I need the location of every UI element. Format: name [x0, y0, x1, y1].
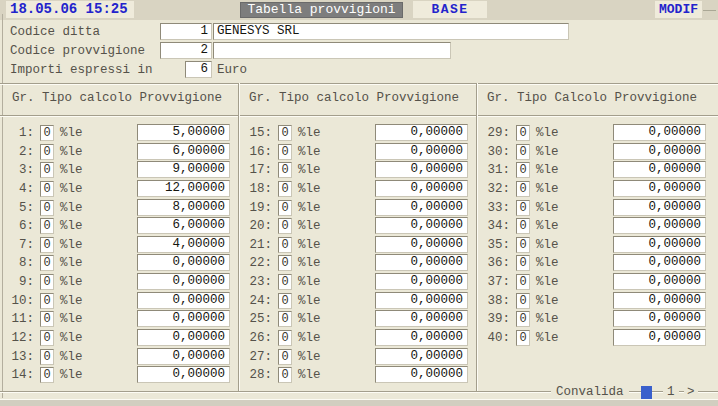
row-number-label: 14: [3, 367, 34, 383]
provvigione-value-input[interactable]: 8,00000 [137, 199, 230, 216]
tipo-calcolo-input[interactable]: 0 [516, 200, 530, 216]
provvigione-value-input[interactable]: 0,00000 [137, 329, 230, 346]
tipo-calcolo-input[interactable]: 0 [278, 200, 292, 216]
mode-modif-button[interactable]: MODIF [655, 1, 702, 18]
tipo-calcolo-input[interactable]: 0 [516, 218, 530, 234]
tipo-calcolo-input[interactable]: 0 [516, 162, 530, 178]
tipo-calcolo-input[interactable]: 0 [516, 311, 530, 327]
tipo-calcolo-input[interactable]: 0 [516, 274, 530, 290]
provvigione-value-input[interactable]: 0,00000 [613, 161, 706, 178]
tipo-calcolo-input[interactable]: 0 [516, 255, 530, 271]
provvigione-value-input[interactable]: 0,00000 [613, 143, 706, 160]
tipo-calcolo-input[interactable]: 0 [278, 274, 292, 290]
provvigione-value-input[interactable]: 0,00000 [613, 273, 706, 290]
tipo-calcolo-input[interactable]: 0 [278, 144, 292, 160]
provvigione-value-input[interactable]: 0,00000 [137, 273, 230, 290]
tipo-calcolo-input[interactable]: 0 [40, 274, 54, 290]
provvigione-value-input[interactable]: 0,00000 [375, 199, 468, 216]
calc-unit-label: %le [536, 181, 559, 197]
tipo-calcolo-input[interactable]: 0 [278, 293, 292, 309]
tipo-calcolo-input[interactable]: 0 [40, 144, 54, 160]
tipo-calcolo-input[interactable]: 0 [40, 349, 54, 365]
tipo-calcolo-input[interactable]: 0 [516, 330, 530, 346]
calc-unit-label: %le [536, 144, 559, 160]
importi-espressi-code-input[interactable]: 6 [185, 61, 212, 78]
tipo-calcolo-input[interactable]: 0 [516, 181, 530, 197]
tipo-calcolo-input[interactable]: 0 [40, 367, 54, 383]
provvigione-value-input[interactable]: 0,00000 [613, 199, 706, 216]
provvigione-value-input[interactable]: 5,00000 [137, 124, 230, 141]
tipo-calcolo-input[interactable]: 0 [278, 162, 292, 178]
tipo-calcolo-input[interactable]: 0 [278, 125, 292, 141]
provvigione-value-input[interactable]: 0,00000 [613, 254, 706, 271]
provvigione-value-input[interactable]: 4,00000 [137, 236, 230, 253]
tipo-calcolo-input[interactable]: 0 [278, 311, 292, 327]
provvigione-value-input[interactable]: 0,00000 [613, 310, 706, 327]
tipo-calcolo-input[interactable]: 0 [278, 367, 292, 383]
calc-unit-label: %le [536, 311, 559, 327]
provvigione-value-input[interactable]: 0,00000 [375, 180, 468, 197]
provvigione-value-input[interactable]: 0,00000 [613, 329, 706, 346]
provvigione-value-input[interactable]: 0,00000 [375, 124, 468, 141]
provvigione-value-input[interactable]: 0,00000 [613, 292, 706, 309]
provvigione-value-input[interactable]: 0,00000 [613, 236, 706, 253]
tipo-calcolo-input[interactable]: 0 [278, 218, 292, 234]
tipo-calcolo-input[interactable]: 0 [40, 181, 54, 197]
tipo-calcolo-input[interactable]: 0 [40, 162, 54, 178]
provvigione-value-input[interactable]: 0,00000 [375, 161, 468, 178]
tipo-calcolo-input[interactable]: 0 [516, 237, 530, 253]
codice-provvigione-name-input[interactable] [213, 42, 451, 59]
tipo-calcolo-input[interactable]: 0 [40, 237, 54, 253]
provvigione-value-input[interactable]: 0,00000 [137, 254, 230, 271]
provvigione-value-input[interactable]: 0,00000 [375, 236, 468, 253]
tipo-calcolo-input[interactable]: 0 [40, 125, 54, 141]
provvigione-value-input[interactable]: 0,00000 [375, 329, 468, 346]
provvigione-value-input[interactable]: 0,00000 [137, 348, 230, 365]
tipo-calcolo-input[interactable]: 0 [516, 293, 530, 309]
row-number-label: 15: [241, 125, 272, 141]
tipo-calcolo-input[interactable]: 0 [278, 255, 292, 271]
provvigione-value-input[interactable]: 0,00000 [375, 273, 468, 290]
tipo-calcolo-input[interactable]: 0 [278, 349, 292, 365]
next-page-arrow[interactable]: > [684, 385, 698, 400]
tipo-calcolo-input[interactable]: 0 [278, 181, 292, 197]
tipo-calcolo-input[interactable]: 0 [278, 330, 292, 346]
tipo-calcolo-input[interactable]: 0 [278, 237, 292, 253]
provvigione-value-input[interactable]: 6,00000 [137, 217, 230, 234]
commission-row: 14:0%le0,00000 [3, 366, 239, 385]
provvigione-value-input[interactable]: 12,00000 [137, 180, 230, 197]
row-number-label: 5: [3, 200, 34, 216]
provvigione-value-input[interactable]: 0,00000 [137, 292, 230, 309]
codice-ditta-code-input[interactable]: 1 [160, 23, 212, 40]
provvigione-value-input[interactable]: 0,00000 [375, 310, 468, 327]
codice-provvigione-code-input[interactable]: 2 [160, 42, 212, 59]
tipo-calcolo-input[interactable]: 0 [516, 144, 530, 160]
provvigione-value-input[interactable]: 0,00000 [375, 217, 468, 234]
tipo-calcolo-input[interactable]: 0 [40, 218, 54, 234]
tipo-calcolo-input[interactable]: 0 [40, 255, 54, 271]
provvigione-value-input[interactable]: 0,00000 [137, 310, 230, 327]
calc-unit-label: %le [60, 367, 83, 383]
provvigione-value-input[interactable]: 0,00000 [613, 180, 706, 197]
provvigione-value-input[interactable]: 6,00000 [137, 143, 230, 160]
provvigione-value-input[interactable]: 0,00000 [613, 124, 706, 141]
provvigione-value-input[interactable]: 0,00000 [375, 292, 468, 309]
provvigione-value-input[interactable]: 9,00000 [137, 161, 230, 178]
provvigione-value-input[interactable]: 0,00000 [375, 143, 468, 160]
provvigione-value-input[interactable]: 0,00000 [375, 366, 468, 383]
tipo-calcolo-input[interactable]: 0 [40, 293, 54, 309]
calc-unit-label: %le [298, 200, 321, 216]
tipo-calcolo-input[interactable]: 0 [40, 200, 54, 216]
commission-row: 23:0%le0,00000 [241, 273, 477, 292]
provvigione-value-input[interactable]: 0,00000 [375, 254, 468, 271]
tipo-calcolo-input[interactable]: 0 [40, 330, 54, 346]
mode-base-button[interactable]: BASE [413, 1, 487, 18]
provvigione-value-input[interactable]: 0,00000 [137, 366, 230, 383]
commission-row: 11:0%le0,00000 [3, 310, 239, 329]
provvigione-value-input[interactable]: 0,00000 [613, 217, 706, 234]
convalida-button[interactable]: Convalida [551, 385, 629, 400]
tipo-calcolo-input[interactable]: 0 [516, 125, 530, 141]
codice-ditta-name-input[interactable]: GENESYS SRL [213, 23, 569, 40]
provvigione-value-input[interactable]: 0,00000 [375, 348, 468, 365]
tipo-calcolo-input[interactable]: 0 [40, 311, 54, 327]
